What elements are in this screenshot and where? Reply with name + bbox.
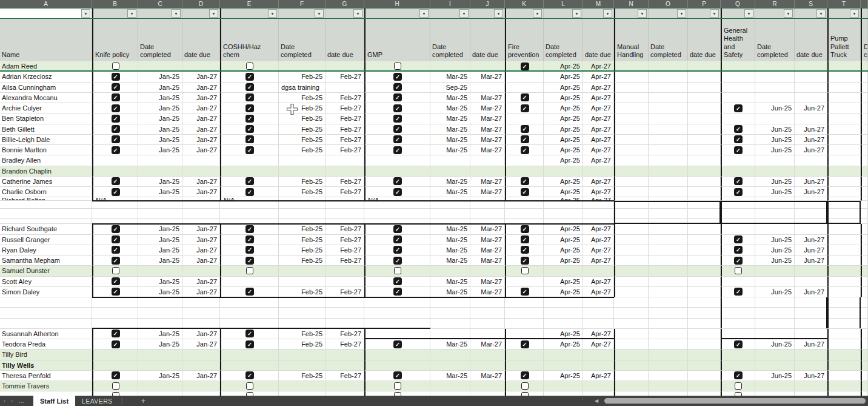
- date-cell[interactable]: Jan-25: [138, 245, 182, 255]
- cell[interactable]: [92, 360, 138, 371]
- cell[interactable]: [861, 166, 868, 177]
- checkbox-checked[interactable]: ✓: [245, 371, 254, 379]
- name-cell[interactable]: Charlie Osborn: [0, 187, 92, 197]
- checkbox-checked[interactable]: ✓: [112, 257, 120, 265]
- date-cell[interactable]: Apr-25: [544, 255, 583, 266]
- cell[interactable]: ✓: [220, 329, 279, 339]
- cell[interactable]: [688, 166, 721, 177]
- cell[interactable]: [827, 381, 861, 391]
- cell[interactable]: [544, 308, 583, 318]
- cell[interactable]: [827, 166, 861, 177]
- cell[interactable]: [827, 83, 861, 93]
- column-header-H[interactable]: H: [364, 0, 430, 8]
- cell[interactable]: [279, 360, 326, 371]
- cell[interactable]: [430, 201, 470, 209]
- column-header-R[interactable]: R: [755, 0, 795, 8]
- date-cell[interactable]: Apr-27: [583, 187, 614, 197]
- header-date-completed[interactable]: Date completed: [138, 18, 182, 61]
- cell[interactable]: [326, 277, 364, 287]
- cell[interactable]: [583, 209, 614, 219]
- checkbox-checked[interactable]: ✓: [112, 73, 120, 81]
- name-cell[interactable]: Simon Daley: [0, 287, 92, 297]
- date-cell[interactable]: Feb-27: [326, 124, 364, 135]
- date-cell[interactable]: Mar-25: [430, 339, 470, 350]
- cell[interactable]: [544, 209, 583, 219]
- cell[interactable]: ✓: [721, 135, 755, 145]
- checkbox-unchecked[interactable]: [394, 382, 401, 390]
- cell[interactable]: [326, 209, 364, 219]
- cell[interactable]: ✓: [220, 235, 279, 245]
- checkbox-checked[interactable]: ✓: [393, 188, 402, 196]
- name-cell[interactable]: Adrian Krzeciosz: [0, 72, 92, 82]
- cell[interactable]: [861, 219, 868, 224]
- cell[interactable]: [649, 371, 688, 381]
- cell[interactable]: ✓: [364, 135, 430, 145]
- header-date-due[interactable]: date due: [326, 18, 364, 61]
- header-date-due[interactable]: date due: [795, 18, 827, 61]
- filter-dropdown-icon[interactable]: ▼: [744, 9, 753, 18]
- header-date-completed[interactable]: Date completed: [861, 18, 868, 61]
- cell[interactable]: ✓: [364, 277, 430, 287]
- cell[interactable]: [649, 155, 688, 166]
- cell[interactable]: [721, 113, 755, 124]
- cell[interactable]: [182, 166, 220, 177]
- date-cell[interactable]: Feb-27: [326, 72, 364, 82]
- cell[interactable]: [326, 308, 364, 318]
- checkbox-checked[interactable]: ✓: [521, 246, 529, 254]
- cell[interactable]: [688, 360, 721, 371]
- cell[interactable]: [0, 219, 92, 224]
- date-cell[interactable]: Jun-25: [755, 177, 795, 187]
- cell[interactable]: [688, 224, 721, 234]
- cell[interactable]: ✓: [220, 245, 279, 255]
- date-cell[interactable]: Feb-27: [326, 113, 364, 124]
- date-cell[interactable]: Jan-25: [138, 235, 182, 245]
- cell[interactable]: [430, 297, 470, 308]
- date-cell[interactable]: Mar-27: [470, 371, 505, 381]
- date-cell[interactable]: Apr-27: [583, 371, 614, 381]
- cell[interactable]: [614, 124, 649, 135]
- name-cell[interactable]: Theresa Penfold: [0, 371, 92, 381]
- cell[interactable]: [614, 360, 649, 371]
- cell[interactable]: [795, 113, 827, 124]
- date-cell[interactable]: Jun-27: [795, 245, 827, 255]
- date-cell[interactable]: Mar-27: [470, 187, 505, 197]
- cell[interactable]: ✓: [721, 371, 755, 381]
- date-cell[interactable]: Mar-25: [430, 187, 470, 197]
- date-cell[interactable]: Jan-27: [182, 287, 220, 297]
- date-cell[interactable]: Jun-25: [755, 135, 795, 145]
- date-cell[interactable]: Jan-25: [138, 145, 182, 155]
- cell[interactable]: [544, 319, 583, 329]
- date-cell[interactable]: Jan-25: [138, 135, 182, 145]
- cell[interactable]: [861, 371, 868, 381]
- sheet-nav-back-icon[interactable]: ‹: [4, 398, 5, 404]
- checkbox-checked[interactable]: ✓: [112, 188, 120, 196]
- cell[interactable]: [614, 72, 649, 82]
- cell[interactable]: [614, 177, 649, 187]
- cell[interactable]: [279, 266, 326, 276]
- cell[interactable]: [220, 166, 279, 177]
- cell[interactable]: [861, 187, 868, 197]
- date-cell[interactable]: Feb-25: [279, 235, 326, 245]
- date-cell[interactable]: Jan-27: [182, 277, 220, 287]
- cell[interactable]: [583, 266, 614, 276]
- checkbox-checked[interactable]: ✓: [393, 277, 402, 285]
- column-header-M[interactable]: M: [583, 0, 614, 8]
- checkbox-checked[interactable]: ✓: [734, 288, 743, 296]
- date-cell[interactable]: Feb-27: [326, 329, 364, 339]
- cell[interactable]: [430, 319, 470, 329]
- cell[interactable]: [505, 72, 544, 82]
- checkbox-checked[interactable]: ✓: [393, 104, 402, 112]
- date-cell[interactable]: Jun-25: [755, 235, 795, 245]
- date-cell[interactable]: Mar-27: [470, 113, 505, 124]
- cell[interactable]: [326, 266, 364, 276]
- cell[interactable]: [220, 297, 279, 308]
- cell[interactable]: [470, 350, 505, 360]
- cell[interactable]: ✓: [721, 245, 755, 255]
- date-cell[interactable]: Mar-25: [430, 177, 470, 187]
- date-cell[interactable]: Feb-27: [326, 235, 364, 245]
- cell[interactable]: [827, 93, 861, 103]
- cell[interactable]: [92, 209, 138, 219]
- date-cell[interactable]: Apr-25: [544, 135, 583, 145]
- cell[interactable]: [649, 266, 688, 276]
- cell[interactable]: ✓: [92, 113, 138, 124]
